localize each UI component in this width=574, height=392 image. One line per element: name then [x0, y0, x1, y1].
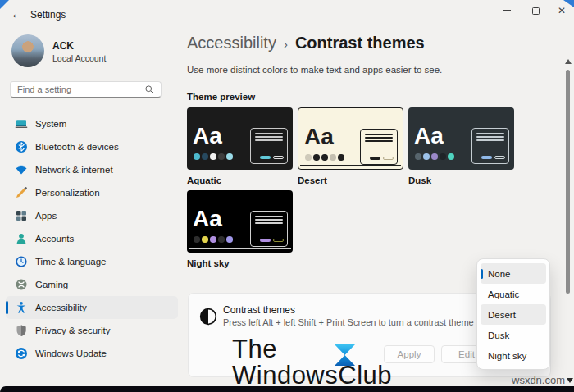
- back-button[interactable]: ←: [11, 7, 23, 21]
- theme-name-label: Night sky: [187, 258, 294, 268]
- mini-line: [365, 140, 393, 142]
- mini-line: [365, 134, 393, 135]
- time-language-icon: [15, 255, 28, 268]
- dropdown-option-none[interactable]: None: [481, 263, 546, 284]
- search-input[interactable]: Find a setting: [10, 81, 162, 98]
- theme-color-dots: [415, 153, 454, 160]
- network-icon: [15, 163, 28, 176]
- color-dot: [321, 154, 328, 161]
- theme-name-label: Aquatic: [187, 175, 294, 185]
- system-icon: [15, 117, 28, 130]
- sidebar-item-system[interactable]: System: [6, 112, 178, 135]
- mini-window-buttons: [260, 239, 284, 243]
- close-button[interactable]: ✕: [549, 2, 574, 20]
- mini-window-buttons: [481, 156, 505, 160]
- color-dot: [338, 154, 344, 161]
- settings-window: ← Settings ✕ ACK Local Account Find a se…: [0, 0, 574, 392]
- color-dot: [226, 236, 233, 243]
- theme-card-preview: Aa: [408, 107, 514, 170]
- sidebar-item-label: Windows Update: [35, 349, 107, 358]
- sidebar-item-time-language[interactable]: Time & language: [6, 250, 178, 273]
- mini-line: [476, 136, 504, 138]
- color-dot: [194, 153, 200, 160]
- sidebar-item-accessibility[interactable]: Accessibility: [6, 296, 178, 319]
- theme-taskbar-line: [189, 248, 291, 249]
- mini-secondary-button: [383, 157, 394, 161]
- sidebar-item-windows-update[interactable]: Windows Update: [6, 342, 178, 365]
- personalization-icon: [15, 186, 28, 199]
- theme-color-dots: [194, 236, 233, 243]
- watermark-line1: The: [232, 336, 392, 362]
- dropdown-option-label: None: [488, 269, 511, 279]
- theme-name-label: Desert: [298, 175, 404, 185]
- mini-primary-button: [481, 156, 492, 160]
- windows-update-icon: [15, 347, 28, 360]
- sidebar-item-network-internet[interactable]: Network & internet: [6, 158, 178, 181]
- theme-color-dots: [305, 154, 344, 161]
- sidebar-item-label: Gaming: [35, 280, 68, 289]
- dropdown-option-label: Dusk: [488, 330, 509, 340]
- mini-line: [255, 222, 283, 224]
- color-dot: [305, 154, 312, 161]
- theme-card-night-sky[interactable]: AaNight sky: [187, 190, 294, 268]
- theme-card-aquatic[interactable]: AaAquatic: [187, 107, 294, 185]
- sidebar-item-label: Bluetooth & devices: [35, 142, 119, 152]
- mini-window-lines: [472, 129, 508, 141]
- theme-card-dusk[interactable]: AaDusk: [408, 107, 515, 185]
- mini-line: [365, 137, 393, 139]
- sidebar-item-personalization[interactable]: Personalization: [6, 181, 178, 204]
- sidebar-item-label: Apps: [35, 211, 57, 221]
- color-dot: [218, 153, 225, 160]
- apps-icon: [15, 209, 28, 222]
- theme-sample-text: Aa: [414, 124, 444, 148]
- color-dot: [448, 153, 454, 160]
- dropdown-option-label: Aquatic: [488, 289, 519, 299]
- sidebar-item-accounts[interactable]: Accounts: [6, 227, 178, 250]
- scrollbar-thumb[interactable]: [566, 70, 570, 294]
- theme-preview-heading: Theme preview: [187, 92, 255, 102]
- mini-line: [255, 219, 283, 221]
- window-title: Settings: [30, 9, 66, 21]
- sidebar-item-bluetooth-devices[interactable]: Bluetooth & devices: [6, 135, 178, 158]
- theme-card-preview: Aa: [187, 107, 293, 170]
- mini-secondary-button: [273, 156, 284, 160]
- scrollbar-up-arrow-icon[interactable]: [565, 59, 572, 64]
- contrast-theme-dropdown: NoneAquaticDesertDuskNight sky: [476, 258, 550, 370]
- avatar: [11, 34, 44, 67]
- theme-sample-text: Aa: [193, 124, 222, 148]
- breadcrumb-separator: ›: [284, 37, 288, 51]
- sidebar-item-gaming[interactable]: Gaming: [6, 273, 178, 296]
- mini-window-buttons: [260, 156, 284, 160]
- dropdown-option-label: Desert: [488, 310, 516, 320]
- mini-line: [476, 139, 504, 141]
- mini-line: [255, 133, 283, 134]
- breadcrumb: Accessibility › Contrast themes: [187, 34, 425, 52]
- page-subtitle: Use more distinct colors to make text an…: [187, 65, 442, 75]
- minimize-button[interactable]: [494, 2, 519, 20]
- theme-mini-window: [472, 128, 509, 164]
- minimize-icon: [503, 10, 511, 11]
- theme-taskbar-line: [410, 166, 512, 166]
- sidebar-item-label: Privacy & security: [35, 326, 110, 335]
- mini-secondary-button: [494, 156, 505, 160]
- color-dot: [202, 153, 208, 160]
- maximize-button[interactable]: [523, 2, 548, 20]
- contrast-icon: [199, 308, 217, 326]
- dropdown-option-desert[interactable]: Desert: [481, 304, 546, 325]
- dropdown-option-aquatic[interactable]: Aquatic: [481, 284, 546, 304]
- theme-card-desert[interactable]: AaDesert: [298, 107, 404, 185]
- theme-taskbar-line: [189, 166, 291, 166]
- mini-window-lines: [251, 212, 287, 224]
- breadcrumb-parent[interactable]: Accessibility: [187, 34, 276, 52]
- accounts-icon: [15, 232, 28, 245]
- color-dot: [440, 153, 446, 160]
- scrollbar-down-arrow-icon[interactable]: [567, 378, 573, 383]
- sidebar-item-privacy-security[interactable]: Privacy & security: [6, 319, 178, 342]
- color-dot: [330, 154, 336, 161]
- dropdown-option-dusk[interactable]: Dusk: [481, 325, 546, 345]
- mini-line: [255, 136, 283, 138]
- theme-mini-window: [250, 128, 288, 164]
- sidebar-item-apps[interactable]: Apps: [6, 204, 178, 227]
- privacy-icon: [15, 324, 28, 337]
- dropdown-option-night-sky[interactable]: Night sky: [481, 345, 546, 366]
